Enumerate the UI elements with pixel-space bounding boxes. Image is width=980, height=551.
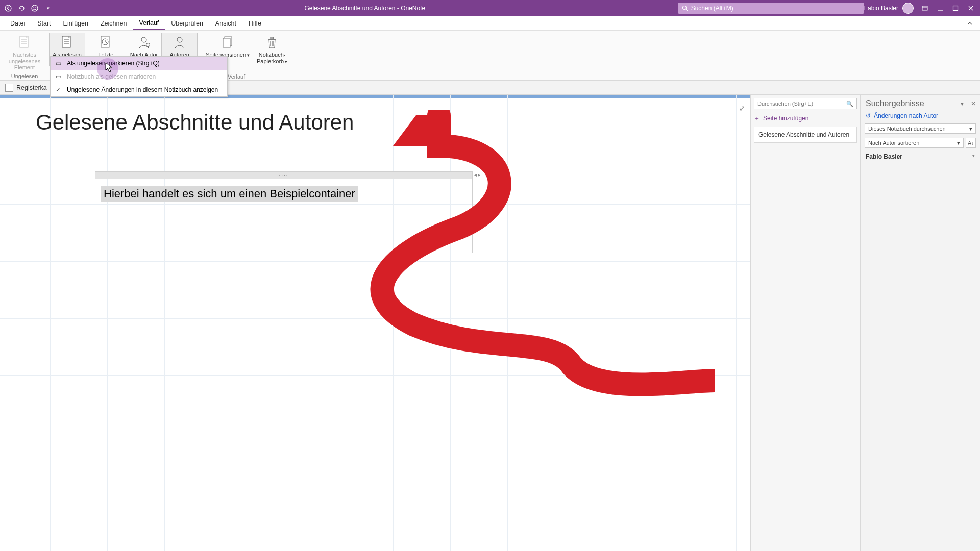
chevron-down-icon: ▾ bbox=[957, 140, 960, 146]
svg-point-24 bbox=[141, 37, 146, 42]
ribbon-icon bbox=[172, 34, 188, 51]
changes-by-author-label: Änderungen nach Autor bbox=[874, 112, 938, 119]
dropdown-item: ▭Notizbuch als gelesen markieren bbox=[51, 70, 227, 83]
ribbon-label: Nächstesungelesenes Element bbox=[4, 52, 45, 71]
page-icon: ▭ bbox=[55, 60, 62, 67]
page-title[interactable]: Gelesene Abschnitte und Autoren bbox=[36, 110, 354, 135]
ink-drawing bbox=[357, 110, 715, 427]
dropdown-label: Als ungelesen markieren (Strg+Q) bbox=[67, 60, 160, 67]
chevron-down-icon: ▾ bbox=[969, 126, 972, 132]
svg-line-5 bbox=[686, 9, 688, 11]
global-search-input[interactable] bbox=[691, 5, 860, 12]
sort-value: Nach Autor sortieren bbox=[868, 140, 919, 146]
page-icon: ▭ bbox=[55, 73, 62, 80]
ribbon-icon bbox=[219, 34, 236, 51]
chevron-down-icon: ▾ bbox=[972, 153, 975, 160]
menu-tab-zeichnen[interactable]: Zeichnen bbox=[94, 16, 133, 30]
menu-tab-hilfe[interactable]: Hilfe bbox=[242, 16, 267, 30]
search-results-pane: Suchergebnisse ▼ ✕ ↺ Änderungen nach Aut… bbox=[860, 95, 980, 551]
close-icon[interactable] bbox=[967, 4, 975, 12]
dropdown-label: Notizbuch als gelesen markieren bbox=[67, 73, 156, 80]
ribbon-group-label: Ungelesen bbox=[0, 72, 49, 80]
note-text[interactable]: Hierbei handelt es sich um einen Beispie… bbox=[101, 186, 358, 202]
menu-tab-start[interactable]: Start bbox=[31, 16, 57, 30]
global-search[interactable] bbox=[678, 3, 864, 14]
ribbon-icon bbox=[264, 34, 280, 51]
ribbon-icon bbox=[97, 34, 114, 51]
ribbon-icon bbox=[16, 34, 33, 51]
title-bar: ▾ Gelesene Abschnitte und Autoren - OneN… bbox=[0, 0, 980, 16]
sort-direction-button[interactable]: A↓ bbox=[966, 138, 976, 148]
page-canvas[interactable]: ⤢ Gelesene Abschnitte und Autoren ····◂▸… bbox=[0, 95, 750, 551]
menu-tab-datei[interactable]: Datei bbox=[4, 16, 31, 30]
section-tab[interactable]: Registerka bbox=[16, 84, 47, 91]
search-icon bbox=[682, 5, 688, 11]
page-list-pane: Durchsuchen (Strg+E) 🔍 ＋ Seite hinzufüge… bbox=[750, 95, 860, 551]
ribbon-seitenversionen[interactable]: Seitenversionen▾ bbox=[202, 33, 253, 60]
add-page-button[interactable]: ＋ Seite hinzufügen bbox=[754, 112, 857, 124]
page-search-placeholder: Durchsuchen (Strg+E) bbox=[757, 101, 813, 107]
maximize-icon[interactable] bbox=[951, 4, 960, 12]
notebook-icon[interactable] bbox=[5, 84, 13, 92]
mark-read-dropdown: ▭Als ungelesen markieren (Strg+Q)▭Notizb… bbox=[50, 56, 228, 97]
changes-by-author-link[interactable]: ↺ Änderungen nach Autor bbox=[861, 110, 980, 121]
undo-icon[interactable] bbox=[17, 4, 26, 12]
menu-tab-ansicht[interactable]: Ansicht bbox=[209, 16, 242, 30]
qat-dropdown-icon[interactable]: ▾ bbox=[44, 4, 52, 12]
collapse-ribbon-icon[interactable] bbox=[967, 20, 976, 27]
user-name: Fabio Basler bbox=[864, 5, 898, 12]
dropdown-item[interactable]: ✓Ungelesene Änderungen in diesem Notizbu… bbox=[51, 83, 227, 96]
search-scope-value: Dieses Notizbuch durchsuchen bbox=[868, 126, 946, 132]
author-group[interactable]: Fabio Basler ▾ bbox=[861, 150, 980, 163]
avatar bbox=[902, 3, 914, 14]
fullscreen-icon[interactable]: ⤢ bbox=[739, 104, 745, 112]
dropdown-item[interactable]: ▭Als ungelesen markieren (Strg+Q) bbox=[51, 57, 227, 70]
check-icon: ✓ bbox=[55, 86, 62, 93]
svg-point-25 bbox=[146, 43, 150, 47]
svg-point-2 bbox=[33, 7, 34, 8]
svg-point-27 bbox=[177, 37, 182, 42]
svg-rect-9 bbox=[953, 6, 958, 11]
back-icon[interactable] bbox=[4, 4, 12, 12]
add-page-label: Seite hinzufügen bbox=[763, 115, 808, 122]
refresh-icon: ↺ bbox=[866, 112, 871, 119]
ribbon-tabs: DateiStartEinfügenZeichnenVerlaufÜberprü… bbox=[0, 16, 980, 31]
search-scope-select[interactable]: Dieses Notizbuch durchsuchen ▾ bbox=[865, 123, 976, 134]
svg-rect-29 bbox=[223, 38, 230, 47]
menu-tab-verlauf[interactable]: Verlauf bbox=[133, 16, 165, 30]
window-title: Gelesene Abschnitte und Autoren - OneNot… bbox=[72, 5, 657, 12]
ribbon-icon bbox=[136, 34, 152, 51]
svg-rect-31 bbox=[271, 37, 274, 39]
ribbon-display-icon[interactable] bbox=[921, 4, 929, 12]
author-name: Fabio Basler bbox=[866, 153, 902, 160]
search-icon: 🔍 bbox=[846, 101, 853, 107]
ribbon-icon bbox=[59, 34, 75, 51]
account-button[interactable]: Fabio Basler bbox=[864, 3, 914, 14]
dropdown-label: Ungelesene Änderungen in diesem Notizbuc… bbox=[67, 86, 218, 93]
svg-point-3 bbox=[35, 7, 36, 8]
close-pane-icon[interactable]: ✕ bbox=[971, 100, 976, 107]
page-list-item[interactable]: Gelesene Abschnitte und Autoren bbox=[754, 127, 857, 143]
plus-icon: ＋ bbox=[754, 114, 760, 123]
ribbon-notizbuch-[interactable]: Notizbuch-Papierkorb▾ bbox=[253, 33, 291, 66]
smile-icon[interactable] bbox=[31, 4, 39, 12]
sort-select[interactable]: Nach Autor sortieren ▾ bbox=[865, 138, 964, 148]
ribbon-nächstes: Nächstesungelesenes Element bbox=[0, 33, 49, 72]
ribbon-label: Notizbuch-Papierkorb▾ bbox=[257, 52, 287, 64]
svg-line-26 bbox=[150, 46, 151, 48]
page-search[interactable]: Durchsuchen (Strg+E) 🔍 bbox=[754, 98, 857, 109]
svg-rect-6 bbox=[922, 6, 927, 10]
svg-point-4 bbox=[682, 6, 686, 10]
svg-point-1 bbox=[32, 5, 38, 11]
menu-tab-überprüfen[interactable]: Überprüfen bbox=[165, 16, 209, 30]
svg-point-0 bbox=[5, 5, 11, 11]
minimize-icon[interactable] bbox=[936, 4, 944, 12]
pane-options-icon[interactable]: ▼ bbox=[960, 101, 965, 107]
search-results-title: Suchergebnisse bbox=[866, 99, 924, 108]
menu-tab-einfügen[interactable]: Einfügen bbox=[57, 16, 94, 30]
